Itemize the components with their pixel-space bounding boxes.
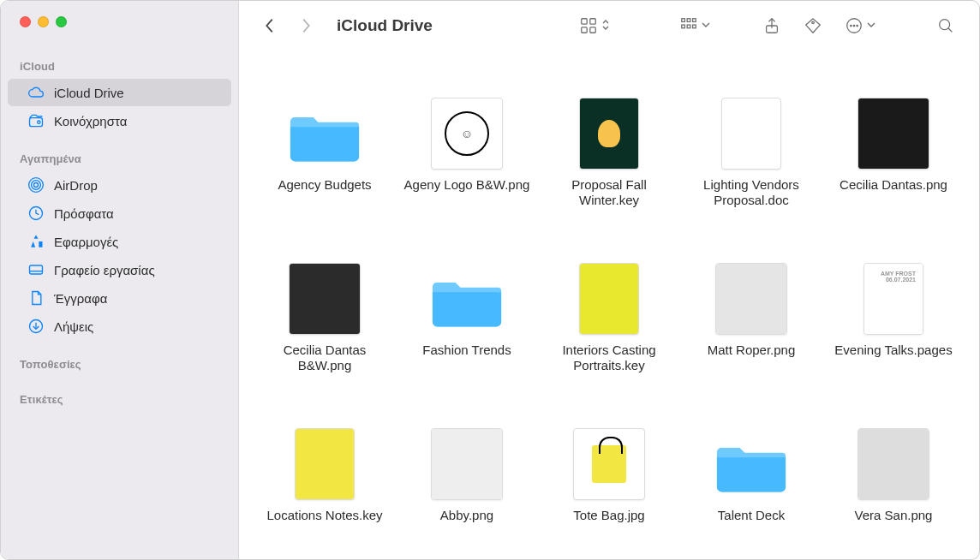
file-item[interactable]: Tote Bag.jpg	[541, 428, 678, 542]
file-name: Interiors Casting Portraits.key	[541, 343, 678, 374]
file-name: Vera San.png	[855, 508, 933, 523]
documents-icon	[27, 289, 45, 307]
svg-rect-15	[693, 19, 696, 22]
tags-button[interactable]	[798, 13, 828, 39]
file-name: Cecilia Dantas B&W.png	[256, 343, 393, 374]
sidebar-item-κοινόχρηστα[interactable]: Κοινόχρηστα	[8, 107, 231, 134]
file-item[interactable]: Cecilia Dantas.png	[825, 98, 962, 227]
sidebar-item-εφαρμογές[interactable]: Εφαρμογές	[8, 228, 231, 255]
image-thumbnail	[289, 263, 361, 335]
svg-rect-17	[687, 25, 690, 28]
file-item[interactable]: Vera San.png	[825, 428, 962, 542]
image-thumbnail	[431, 428, 503, 500]
file-name: Ageny Logo B&W.png	[404, 177, 530, 193]
sidebar-section-header[interactable]: Αγαπημένα	[1, 147, 238, 170]
location-title: iCloud Drive	[337, 16, 433, 35]
svg-point-24	[857, 25, 858, 26]
svg-rect-12	[590, 27, 595, 33]
image-thumbnail	[858, 428, 929, 500]
svg-point-1	[38, 121, 40, 123]
file-name: Abby.png	[440, 508, 493, 523]
file-item[interactable]: Cecilia Dantas B&W.png	[256, 263, 393, 392]
svg-rect-9	[582, 19, 587, 24]
zoom-window-button[interactable]	[56, 16, 67, 27]
sidebar-item-label: Κοινόχρηστα	[54, 114, 127, 128]
minimize-window-button[interactable]	[38, 16, 49, 27]
cloud-icon	[27, 83, 45, 102]
close-window-button[interactable]	[20, 16, 31, 27]
sidebar-item-airdrop[interactable]: AirDrop	[8, 171, 231, 199]
sidebar-item-label: Πρόσφατα	[54, 206, 114, 221]
document-thumbnail	[573, 263, 645, 335]
sidebar-item-label: Γραφείο εργασίας	[54, 263, 155, 277]
sidebar-item-λήψεις[interactable]: Λήψεις	[8, 313, 231, 340]
file-name: Talent Deck	[718, 508, 785, 523]
file-name: Matt Roper.png	[708, 343, 796, 358]
downloads-icon	[27, 317, 45, 336]
view-icon-mode-button[interactable]	[574, 13, 616, 39]
svg-rect-14	[687, 19, 690, 22]
sidebar-item-label: Λήψεις	[54, 319, 93, 334]
desktop-icon	[27, 260, 45, 279]
file-item[interactable]: ☺Ageny Logo B&W.png	[398, 98, 535, 227]
file-name: Tote Bag.jpg	[573, 508, 644, 523]
document-thumbnail	[715, 98, 787, 170]
sidebar-item-label: iCloud Drive	[54, 86, 124, 100]
file-item[interactable]: AMY FROST 06.07.2021Evening Talks.pages	[825, 263, 962, 392]
search-button[interactable]	[931, 13, 960, 39]
svg-rect-16	[682, 25, 685, 28]
svg-point-22	[851, 25, 852, 26]
image-thumbnail	[715, 263, 787, 335]
chevron-down-icon	[866, 18, 876, 33]
sidebar-item-label: Έγγραφα	[54, 291, 107, 306]
sidebar-item-πρόσφατα[interactable]: Πρόσφατα	[8, 200, 231, 227]
file-item[interactable]: Locations Notes.key	[256, 428, 393, 542]
file-name: Cecilia Dantas.png	[840, 177, 947, 193]
svg-rect-6	[30, 265, 43, 274]
file-name: Locations Notes.key	[266, 508, 382, 523]
file-item[interactable]: Matt Roper.png	[683, 263, 820, 392]
file-item[interactable]: Proposal Fall Winter.key	[541, 98, 678, 227]
main-pane: iCloud Drive	[239, 1, 979, 559]
more-actions-button[interactable]	[840, 13, 881, 39]
window-controls	[1, 16, 238, 27]
svg-rect-13	[682, 19, 685, 22]
document-thumbnail: AMY FROST 06.07.2021	[858, 263, 929, 335]
share-button[interactable]	[757, 13, 786, 39]
sidebar: iCloudiCloud DriveΚοινόχρησταΑγαπημέναAi…	[1, 1, 239, 559]
sidebar-item-label: AirDrop	[54, 178, 98, 193]
sidebar-section-header[interactable]: Ετικέτες	[1, 388, 238, 411]
file-grid: Agency Budgets☺Ageny Logo B&W.pngProposa…	[239, 51, 979, 559]
file-item[interactable]: Agency Budgets	[256, 98, 393, 227]
sidebar-item-label: Εφαρμογές	[54, 235, 118, 249]
file-item[interactable]: Interiors Casting Portraits.key	[541, 263, 678, 392]
svg-point-23	[853, 25, 854, 26]
svg-rect-11	[582, 27, 587, 33]
file-item[interactable]: Lighting Vendors Proposal.doc	[683, 98, 820, 227]
shared-icon	[27, 111, 45, 130]
svg-rect-10	[590, 19, 595, 24]
image-thumbnail	[858, 98, 929, 170]
image-thumbnail	[573, 428, 645, 500]
svg-line-26	[948, 28, 953, 33]
file-item[interactable]: Fashion Trends	[398, 263, 535, 392]
document-thumbnail	[289, 428, 361, 500]
sidebar-item-έγγραφα[interactable]: Έγγραφα	[8, 284, 231, 312]
sidebar-section-header[interactable]: Τοποθεσίες	[1, 353, 238, 376]
folder-icon	[289, 98, 361, 170]
group-by-button[interactable]	[674, 13, 716, 39]
file-name: Lighting Vendors Proposal.doc	[683, 177, 820, 209]
sidebar-item-icloud-drive[interactable]: iCloud Drive	[8, 79, 231, 106]
file-name: Evening Talks.pages	[834, 343, 952, 358]
file-name: Proposal Fall Winter.key	[541, 177, 678, 209]
sidebar-item-γραφείο-εργασίας[interactable]: Γραφείο εργασίας	[8, 256, 231, 283]
svg-rect-18	[693, 25, 696, 28]
svg-point-20	[812, 21, 815, 24]
folder-icon	[715, 428, 787, 500]
file-item[interactable]: Talent Deck	[683, 428, 820, 542]
sidebar-section-header[interactable]: iCloud	[1, 55, 238, 78]
forward-button[interactable]	[294, 12, 318, 39]
back-button[interactable]	[258, 12, 282, 39]
file-name: Agency Budgets	[278, 177, 371, 193]
file-item[interactable]: Abby.png	[398, 428, 535, 542]
